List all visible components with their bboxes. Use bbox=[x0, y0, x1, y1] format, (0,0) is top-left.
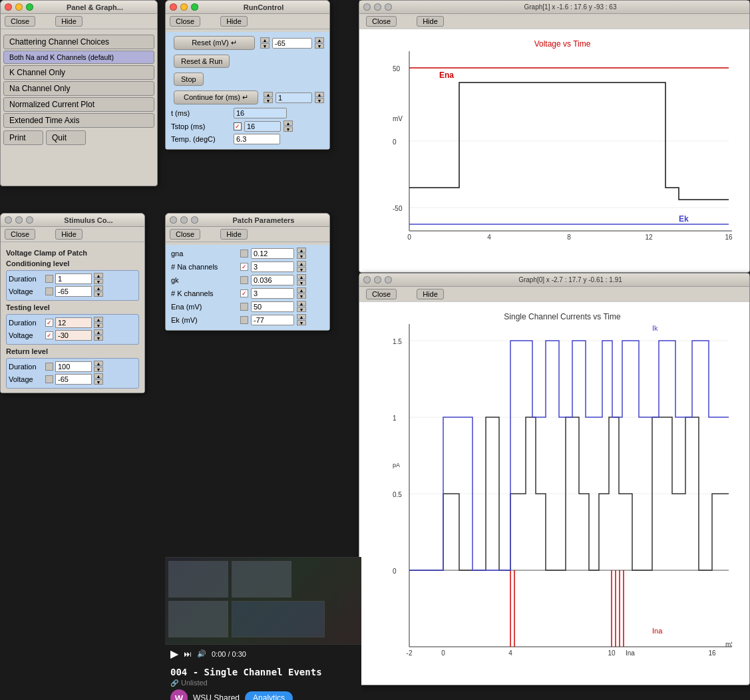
chattering-channel-btn[interactable]: Chattering Channel Choices bbox=[3, 35, 154, 49]
test-voltage-input[interactable] bbox=[55, 330, 92, 341]
gk-down[interactable]: ▼ bbox=[297, 280, 306, 285]
ena-checkbox[interactable] bbox=[240, 303, 248, 311]
pp-close-button[interactable]: Close bbox=[170, 229, 200, 240]
pp-hide-button[interactable]: Hide bbox=[220, 229, 248, 240]
cond-dur-up[interactable]: ▲ bbox=[94, 273, 103, 278]
g1-close-button[interactable]: Close bbox=[366, 16, 397, 27]
stim-max-btn[interactable] bbox=[26, 216, 33, 224]
stim-min-btn[interactable] bbox=[15, 216, 23, 224]
gna-down[interactable]: ▼ bbox=[297, 254, 306, 259]
na-only-btn[interactable]: Na Channel Only bbox=[3, 81, 154, 96]
g0-max-btn[interactable] bbox=[385, 276, 392, 283]
continue-input[interactable] bbox=[276, 92, 312, 103]
pp-max-btn[interactable] bbox=[191, 216, 198, 224]
cond-dur-checkbox[interactable] bbox=[45, 275, 53, 283]
cond-voltage-input[interactable] bbox=[55, 286, 92, 297]
quit-button[interactable]: Quit bbox=[46, 130, 86, 145]
stim-close-btn[interactable] bbox=[5, 216, 12, 224]
na-channels-input[interactable] bbox=[251, 262, 294, 272]
stop-button[interactable]: Stop bbox=[174, 73, 204, 86]
pp-close-btn[interactable] bbox=[170, 216, 177, 224]
k-only-btn[interactable]: K Channel Only bbox=[3, 65, 154, 80]
normalized-btn[interactable]: Normalized Current Plot bbox=[3, 97, 154, 112]
test-volt-down[interactable]: ▼ bbox=[94, 335, 103, 341]
volume-button[interactable]: 🔊 bbox=[197, 649, 206, 658]
g0-close-btn[interactable] bbox=[363, 276, 371, 283]
g1-max-btn[interactable] bbox=[385, 3, 392, 11]
rc-hide-button[interactable]: Hide bbox=[220, 16, 248, 27]
ret-dur-checkbox[interactable] bbox=[45, 363, 53, 371]
cond-volt-checkbox[interactable] bbox=[45, 287, 53, 295]
gna-checkbox[interactable] bbox=[240, 250, 248, 258]
close-button[interactable]: Close bbox=[5, 16, 35, 27]
g0-close-button[interactable]: Close bbox=[366, 289, 397, 299]
pp-min-btn[interactable] bbox=[180, 216, 188, 224]
gna-up[interactable]: ▲ bbox=[297, 248, 306, 253]
hide-button[interactable]: Hide bbox=[55, 16, 83, 27]
k-ch-down[interactable]: ▼ bbox=[297, 293, 306, 299]
reset-mv-button[interactable]: Reset (mV) ↵ bbox=[174, 36, 255, 50]
tstop-checkbox[interactable]: ✓ bbox=[234, 122, 242, 130]
test-duration-input[interactable] bbox=[55, 317, 92, 328]
na-ch-up[interactable]: ▲ bbox=[297, 261, 306, 266]
ek-up[interactable]: ▲ bbox=[297, 314, 306, 319]
test-dur-checkbox[interactable]: ✓ bbox=[45, 319, 53, 327]
extended-time-btn[interactable]: Extended Time Axis bbox=[3, 113, 154, 128]
cond-duration-input[interactable] bbox=[55, 273, 92, 284]
gk-checkbox[interactable] bbox=[240, 276, 248, 284]
ret-dur-up[interactable]: ▲ bbox=[94, 361, 103, 366]
k-ch-up[interactable]: ▲ bbox=[297, 287, 306, 293]
reset-val-down[interactable]: ▼ bbox=[315, 43, 324, 49]
stim-close-button[interactable]: Close bbox=[5, 229, 35, 240]
print-button[interactable]: Print bbox=[3, 130, 43, 145]
g1-close-btn[interactable] bbox=[363, 3, 371, 11]
reset-mv-input[interactable]: -65 bbox=[272, 38, 312, 49]
ret-volt-down[interactable]: ▼ bbox=[94, 379, 103, 385]
cont-val-down[interactable]: ▼ bbox=[315, 98, 324, 103]
ret-voltage-input[interactable] bbox=[55, 374, 92, 385]
tstop-down[interactable]: ▼ bbox=[283, 126, 293, 132]
test-dur-up[interactable]: ▲ bbox=[94, 317, 103, 322]
na-ch-down[interactable]: ▼ bbox=[297, 267, 306, 272]
minimize-btn[interactable] bbox=[15, 3, 23, 11]
ena-up[interactable]: ▲ bbox=[297, 301, 306, 306]
t-ms-input[interactable] bbox=[234, 108, 287, 118]
test-volt-up[interactable]: ▲ bbox=[94, 329, 103, 335]
reset-val-up[interactable]: ▲ bbox=[315, 37, 324, 43]
cond-volt-up[interactable]: ▲ bbox=[94, 285, 103, 291]
cont-down[interactable]: ▼ bbox=[264, 98, 273, 103]
ena-down[interactable]: ▼ bbox=[297, 307, 306, 312]
analytics-button[interactable]: Analytics bbox=[245, 691, 293, 700]
cond-volt-down[interactable]: ▼ bbox=[94, 291, 103, 297]
reset-down[interactable]: ▼ bbox=[260, 43, 270, 49]
play-button[interactable]: ▶ bbox=[170, 647, 178, 660]
reset-run-button[interactable]: Reset & Run bbox=[174, 55, 230, 68]
k-ch-checkbox[interactable]: ✓ bbox=[240, 289, 248, 297]
both-na-k-btn[interactable]: Both Na and K Channels (default) bbox=[3, 51, 154, 64]
g1-hide-button[interactable]: Hide bbox=[417, 16, 444, 27]
stim-hide-button[interactable]: Hide bbox=[55, 229, 83, 240]
na-ch-checkbox[interactable]: ✓ bbox=[240, 263, 248, 271]
maximize-btn[interactable] bbox=[26, 3, 33, 11]
continue-button[interactable]: Continue for (ms) ↵ bbox=[174, 90, 258, 104]
ek-checkbox[interactable] bbox=[240, 316, 248, 324]
rc-close-button[interactable]: Close bbox=[170, 16, 200, 27]
ek-input[interactable] bbox=[251, 315, 294, 325]
ek-down[interactable]: ▼ bbox=[297, 320, 306, 325]
rc-close-btn[interactable] bbox=[170, 3, 177, 11]
tstop-input[interactable] bbox=[244, 121, 281, 132]
ret-duration-input[interactable] bbox=[55, 361, 92, 372]
g0-hide-button[interactable]: Hide bbox=[417, 289, 444, 299]
test-dur-down[interactable]: ▼ bbox=[94, 323, 103, 328]
rc-maximize-btn[interactable] bbox=[191, 3, 198, 11]
tstop-up[interactable]: ▲ bbox=[283, 120, 293, 126]
g0-min-btn[interactable] bbox=[374, 276, 381, 283]
test-volt-checkbox[interactable]: ✓ bbox=[45, 331, 53, 339]
gk-input[interactable] bbox=[251, 275, 294, 285]
ret-volt-up[interactable]: ▲ bbox=[94, 373, 103, 379]
ret-dur-down[interactable]: ▼ bbox=[94, 367, 103, 372]
ena-input[interactable] bbox=[251, 301, 294, 312]
k-channels-input[interactable] bbox=[251, 288, 294, 299]
rc-minimize-btn[interactable] bbox=[180, 3, 188, 11]
cond-dur-down[interactable]: ▼ bbox=[94, 279, 103, 284]
